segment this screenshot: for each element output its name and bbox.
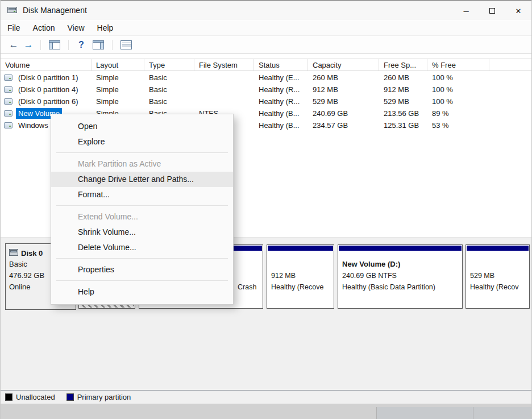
column-header-file-system[interactable]: File System [194, 59, 254, 70]
partition-color-bar [268, 246, 333, 251]
menu-item-properties[interactable]: Properties [51, 262, 233, 277]
views-list-button[interactable] [120, 40, 132, 49]
capacity-cell: 240.69 GB [308, 107, 379, 119]
type-cell: Basic [144, 96, 194, 107]
column-header-type[interactable]: Type [144, 59, 194, 70]
volume-icon [4, 110, 13, 117]
capacity-cell: 260 MB [308, 72, 379, 84]
column-header-free-space[interactable]: Free Sp... [379, 59, 427, 70]
console-tree-toggle-button[interactable] [49, 40, 60, 49]
type-cell: Basic [144, 72, 194, 84]
status-cell: Healthy (R... [254, 84, 308, 96]
menu-separator [56, 205, 228, 206]
legend-label-unallocated: Unallocated [16, 393, 55, 401]
close-icon: ✕ [516, 7, 522, 15]
window-title: Disk Management [23, 6, 87, 15]
close-button[interactable]: ✕ [505, 1, 531, 20]
status-cell: Healthy (R... [254, 96, 308, 107]
partition-color-bar [339, 246, 462, 251]
minimize-icon: ─ [463, 7, 468, 15]
free-space-cell: 125.31 GB [379, 119, 427, 131]
primary-partition-swatch [66, 393, 74, 401]
partition-name-text: New Volume (D:) [342, 259, 458, 270]
partition-status-text: Healthy (Recov [470, 281, 525, 293]
titlebar: Disk Management ─ ✕ [1, 0, 531, 20]
column-header-status[interactable]: Status [254, 59, 308, 70]
volume-table-header: Volume Layout Type File System Status Ca… [1, 59, 531, 71]
menu-separator [56, 152, 228, 153]
taskbar-divider [473, 407, 473, 419]
volume-row-partition-1[interactable]: (Disk 0 partition 1) Simple Basic Health… [1, 72, 531, 84]
free-space-cell: 213.56 GB [379, 107, 427, 119]
pct-free-cell: 100 % [427, 96, 489, 107]
action-pane-toggle-button[interactable] [93, 40, 104, 49]
column-header-pct-free[interactable]: % Free [427, 59, 489, 70]
forward-button[interactable]: → [21, 39, 36, 51]
capacity-cell: 234.57 GB [308, 119, 379, 131]
partition-box-912mb[interactable]: 912 MB Healthy (Recove [267, 244, 334, 309]
partition-box-new-volume[interactable]: New Volume (D:) 240.69 GB NTFS Healthy (… [338, 244, 463, 309]
back-button[interactable]: ← [6, 39, 21, 51]
toolbar-separator [40, 40, 41, 50]
layout-cell: Simple [92, 72, 144, 84]
desktop-strip [1, 404, 531, 419]
toolbar-separator [68, 40, 69, 50]
partition-status-text: Healthy (Basic Data Partition) [342, 281, 458, 293]
volume-icon [4, 86, 13, 93]
menu-action[interactable]: Action [27, 22, 61, 34]
volume-icon [4, 98, 13, 105]
help-button[interactable]: ? [76, 40, 87, 50]
status-cell: Healthy (E... [254, 72, 308, 84]
minimize-button[interactable]: ─ [453, 1, 479, 20]
menu-help[interactable]: Help [91, 22, 120, 34]
volume-row-partition-6[interactable]: (Disk 0 partition 6) Simple Basic Health… [1, 96, 531, 107]
menu-item-help[interactable]: Help [51, 284, 233, 300]
volume-cell: (Disk 0 partition 6) [1, 96, 92, 107]
app-icon [7, 6, 17, 14]
volume-icon [4, 122, 13, 128]
free-space-cell: 260 MB [379, 72, 427, 84]
column-header-layout[interactable]: Layout [92, 59, 144, 70]
volume-label: (Disk 0 partition 4) [16, 84, 80, 95]
menu-view[interactable]: View [61, 22, 90, 34]
toolbar-separator [112, 40, 113, 50]
column-header-volume[interactable]: Volume [1, 59, 92, 70]
type-cell: Basic [144, 84, 194, 96]
layout-cell: Simple [92, 96, 144, 107]
context-menu: Open Explore Mark Partition as Active Ch… [51, 114, 234, 305]
volume-cell: (Disk 0 partition 4) [1, 84, 92, 96]
disk-name: Disk 0 [21, 249, 43, 258]
volume-cell: (Disk 0 partition 1) [1, 72, 92, 84]
volume-row-partition-4[interactable]: (Disk 0 partition 4) Simple Basic Health… [1, 84, 531, 96]
legend-bar: Unallocated Primary partition [1, 390, 531, 404]
toolbar: ← → ? [1, 36, 531, 54]
status-cell: Healthy (B... [254, 119, 308, 131]
menu-file[interactable]: File [1, 22, 27, 34]
menu-item-change-drive-letter[interactable]: Change Drive Letter and Paths... [51, 172, 233, 187]
free-space-cell: 529 MB [379, 96, 427, 107]
menu-bar: File Action View Help [1, 20, 531, 36]
volume-label: (Disk 0 partition 1) [16, 72, 80, 83]
taskbar-fragment [376, 407, 531, 419]
file-system-cell [194, 72, 254, 84]
volume-label: (Disk 0 partition 6) [16, 96, 80, 107]
menu-item-explore[interactable]: Explore [51, 134, 233, 150]
column-header-capacity[interactable]: Capacity [308, 59, 379, 70]
partition-box-529mb[interactable]: 529 MB Healthy (Recov [466, 244, 530, 309]
menu-separator [56, 258, 228, 259]
volume-icon [4, 74, 13, 81]
unallocated-swatch [5, 393, 13, 401]
menu-item-delete-volume[interactable]: Delete Volume... [51, 240, 233, 255]
menu-item-open[interactable]: Open [51, 119, 233, 134]
menu-item-shrink-volume[interactable]: Shrink Volume... [51, 225, 233, 240]
disk-management-window: Disk Management ─ ✕ File Action View Hel… [0, 0, 532, 419]
menu-separator [56, 280, 228, 281]
menu-item-format[interactable]: Format... [51, 187, 233, 202]
file-system-cell [194, 96, 254, 107]
file-system-cell [194, 84, 254, 96]
menu-item-mark-partition-active: Mark Partition as Active [51, 156, 233, 172]
volume-label: Windows [16, 120, 51, 131]
pct-free-cell: 100 % [427, 72, 489, 84]
disk-icon [9, 249, 18, 258]
maximize-button[interactable] [479, 1, 505, 20]
